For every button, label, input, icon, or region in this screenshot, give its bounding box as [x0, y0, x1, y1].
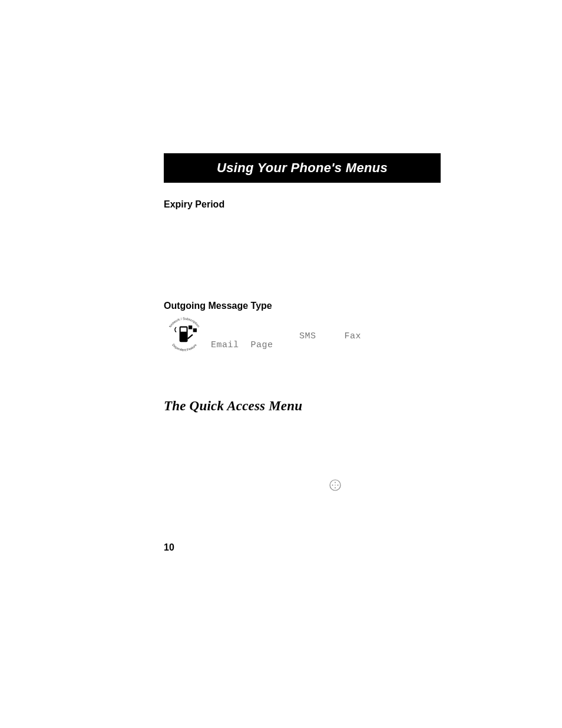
smart-button-icon	[329, 479, 342, 494]
outgoing-message-type-heading: Outgoing Message Type	[164, 301, 441, 311]
message-type-row-2: Network / Subscription Dependent Feature	[164, 315, 273, 356]
phone-badge-icon: Network / Subscription Dependent Feature	[164, 315, 205, 356]
svg-point-9	[338, 485, 339, 486]
message-type-labels-lower: Email Page	[211, 340, 273, 350]
message-type-row-1: SMS Fax	[299, 331, 361, 341]
message-type-sms: SMS	[299, 331, 316, 341]
expiry-period-heading: Expiry Period	[164, 199, 441, 210]
chapter-title-text: Using Your Phone's Menus	[217, 160, 388, 175]
message-type-email: Email	[211, 340, 239, 350]
message-type-fax: Fax	[345, 331, 362, 341]
page-content: Using Your Phone's Menus Expiry Period O…	[164, 153, 441, 508]
svg-rect-3	[181, 328, 187, 332]
svg-text:Dependent Feature: Dependent Feature	[171, 343, 197, 352]
svg-point-7	[335, 482, 336, 483]
message-type-page: Page	[251, 340, 273, 350]
chapter-title-bar: Using Your Phone's Menus	[164, 153, 441, 183]
badge-top-text: Network / Subscription	[168, 317, 201, 328]
svg-point-8	[332, 485, 333, 486]
page-number: 10	[164, 542, 174, 553]
svg-rect-5	[193, 328, 197, 332]
network-dependent-feature-badge: Network / Subscription Dependent Feature	[164, 315, 205, 356]
badge-bottom-text: Dependent Feature	[171, 343, 197, 352]
phone-icon	[175, 325, 197, 342]
svg-rect-4	[189, 325, 192, 329]
quick-access-menu-heading: The Quick Access Menu	[164, 398, 441, 414]
svg-text:Network / Subscription: Network / Subscription	[168, 317, 201, 328]
svg-point-11	[335, 485, 336, 486]
svg-point-10	[335, 487, 336, 489]
